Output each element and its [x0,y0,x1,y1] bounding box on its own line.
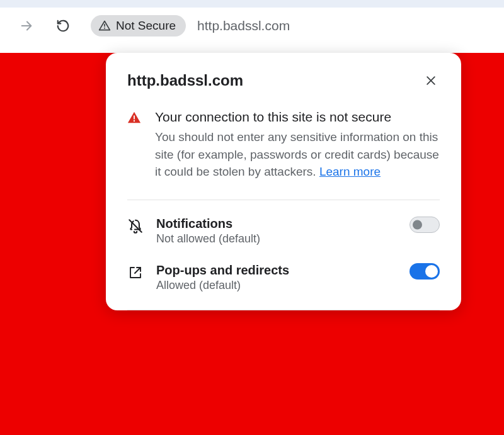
permission-text: Notifications Not allowed (default) [156,217,397,246]
browser-toolbar: Not Secure http.badssl.com [0,8,504,49]
notifications-toggle[interactable] [410,217,440,233]
permission-row-popups: Pop-ups and redirects Allowed (default) [127,263,440,310]
warning-triangle-icon [98,20,111,32]
permissions-list: Notifications Not allowed (default) Pop-… [127,200,440,310]
popup-redirect-icon [127,264,144,281]
forward-button[interactable] [19,18,34,33]
close-button[interactable] [422,72,440,89]
security-label: Not Secure [116,19,176,33]
permission-status: Allowed (default) [156,279,397,292]
security-heading: Your connection to this site is not secu… [155,108,440,126]
permission-row-notifications: Notifications Not allowed (default) [127,217,440,263]
forward-arrow-icon [20,19,33,33]
learn-more-link[interactable]: Learn more [319,165,381,178]
close-icon [425,74,437,87]
notifications-off-icon [127,218,144,234]
security-warning-icon [127,111,141,181]
security-chip[interactable]: Not Secure [91,15,186,37]
nav-controls [19,18,71,33]
permission-status: Not allowed (default) [156,232,397,246]
popover-title: http.badssl.com [127,72,243,89]
svg-point-2 [104,28,105,29]
url-display[interactable]: http.badssl.com [197,18,290,33]
security-text: Your connection to this site is not secu… [155,108,440,181]
alert-triangle-icon [127,111,141,125]
site-info-popover: http.badssl.com Your connection to this … [106,53,461,310]
address-bar[interactable]: Not Secure http.badssl.com [91,15,290,37]
tab-strip-background [0,0,504,8]
security-description: You should not enter any sensitive infor… [155,128,440,181]
permission-name: Pop-ups and redirects [156,263,397,278]
divider [127,310,440,310]
svg-line-8 [135,268,140,273]
reload-button[interactable] [55,18,71,33]
popups-toggle[interactable] [410,263,440,280]
permission-name: Notifications [156,217,397,231]
security-section: Your connection to this site is not secu… [127,108,440,200]
svg-point-6 [134,120,135,121]
permission-text: Pop-ups and redirects Allowed (default) [156,263,397,292]
popover-header: http.badssl.com [127,72,440,89]
reload-icon [56,19,70,33]
